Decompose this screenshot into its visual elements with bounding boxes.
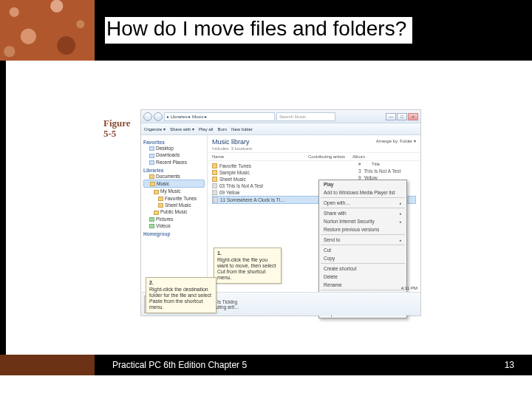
sidebar-item-music[interactable]: Music [143, 180, 205, 188]
left-black-bar [0, 61, 6, 355]
ctx-add-wmp[interactable]: Add to Windows Media Player list [319, 188, 406, 197]
sidebar-item-favtunes[interactable]: Favorite Tunes [143, 195, 205, 202]
arrange-by[interactable]: Arrange by: Folder ▾ [376, 138, 416, 143]
ctx-norton[interactable]: Norton Internet Security [319, 217, 406, 225]
col-title: Title [372, 162, 380, 166]
sidebar-homegroup-header: Homegroup [143, 231, 205, 236]
track-row: 3 This Is Not A Test [358, 168, 417, 174]
window-buttons: — □ × [386, 113, 418, 120]
nav-group: ▸ Libraries ▸ Music ▸ Search Music [143, 112, 335, 121]
sharewith-button[interactable]: Share with ▾ [170, 126, 194, 132]
sidebar-item-publicmusic[interactable]: Public Music [143, 208, 205, 215]
videos-icon [149, 224, 154, 228]
callout-1: 1.Right-click the file you want to move,… [214, 248, 282, 284]
search-input[interactable]: Search Music [276, 112, 335, 121]
library-title: Music library [212, 138, 252, 146]
folder-icon [154, 190, 159, 194]
sidebar-item-videos[interactable]: Videos [143, 222, 205, 229]
sidebar-item-documents[interactable]: Documents [143, 173, 205, 180]
sidebar-item-downloads[interactable]: Downloads [143, 151, 205, 158]
toolbar: Organize ▾ Share with ▾ Play all Burn Ne… [141, 123, 420, 135]
sidebar: Favorites Desktop Downloads Recent Place… [141, 135, 208, 293]
organize-button[interactable]: Organize ▾ [144, 126, 166, 132]
library-subtitle: Includes: 3 locations [212, 146, 252, 151]
ctx-open-with[interactable]: Open with… [319, 199, 406, 207]
page-number: 13 [505, 360, 514, 370]
forward-button[interactable] [154, 112, 163, 121]
taskbar-time: 4:11 PM [401, 286, 417, 290]
footer-band: Practical PC 6th Edition Chapter 5 13 [0, 355, 532, 375]
audio-icon [212, 183, 217, 188]
folder-icon [212, 163, 217, 168]
download-icon [149, 154, 154, 158]
back-button[interactable] [143, 112, 152, 121]
explorer-window: ▸ Libraries ▸ Music ▸ Search Music — □ ×… [140, 109, 421, 316]
folder-icon [212, 177, 217, 182]
breadcrumb[interactable]: ▸ Libraries ▸ Music ▸ [164, 112, 275, 121]
sidebar-item-pictures[interactable]: Pictures [143, 216, 205, 222]
sidebar-item-sheetmusic[interactable]: Sheet Music [143, 202, 205, 208]
ctx-restore[interactable]: Restore previous versions [319, 225, 406, 233]
sidebar-item-recent[interactable]: Recent Places [143, 159, 205, 166]
ctx-share-with[interactable]: Share with [319, 209, 406, 217]
audio-icon [212, 190, 217, 195]
folder-icon [158, 197, 163, 201]
desktop-icon [149, 146, 154, 151]
sidebar-item-mymusic[interactable]: My Music [143, 188, 205, 194]
pictures-icon [149, 217, 154, 222]
folder-icon [150, 182, 155, 186]
ctx-create-shortcut[interactable]: Create shortcut [319, 265, 406, 273]
ctx-rename[interactable]: Rename [319, 281, 406, 289]
library-header: Music library Includes: 3 locations Arra… [208, 135, 420, 153]
folder-icon [212, 170, 217, 175]
maximize-button[interactable]: □ [397, 113, 407, 120]
audio-icon [213, 197, 218, 202]
folder-icon [149, 174, 154, 179]
ctx-cut[interactable]: Cut [319, 246, 406, 254]
ctx-play[interactable]: Play [319, 180, 406, 188]
sidebar-libraries-header: Libraries [143, 168, 205, 173]
folder-icon [154, 211, 159, 215]
burn-button[interactable]: Burn [217, 127, 227, 132]
col-artists: Contributing artists [308, 154, 345, 159]
title-band: How do I move files and folders? [95, 0, 532, 61]
sidebar-item-desktop[interactable]: Desktop [143, 145, 205, 151]
page-bottom-margin [0, 375, 532, 399]
sidebar-favorites-header: Favorites [143, 140, 205, 145]
newfolder-button[interactable]: New folder [231, 127, 253, 132]
slide-title: How do I move files and folders? [105, 17, 412, 44]
col-name: Name [212, 154, 301, 159]
decorative-pattern [0, 0, 95, 61]
ctx-delete[interactable]: Delete [319, 273, 406, 281]
minimize-button[interactable]: — [386, 113, 396, 120]
col-album: Album [352, 154, 365, 159]
folder-icon [158, 203, 163, 208]
footer-text: Practical PC 6th Edition Chapter 5 [112, 360, 247, 370]
ctx-copy[interactable]: Copy [319, 254, 406, 262]
ctx-send-to[interactable]: Send to [319, 236, 406, 244]
callout-2: 2.Right-click the destination folder for… [146, 277, 216, 313]
footer-accent [0, 355, 95, 375]
col-num: # [358, 162, 364, 166]
figure-label: Figure 5-5 [103, 118, 131, 140]
window-titlebar: ▸ Libraries ▸ Music ▸ Search Music — □ × [141, 110, 420, 123]
playall-button[interactable]: Play all [199, 127, 213, 132]
recent-icon [149, 160, 154, 165]
close-button[interactable]: × [408, 113, 418, 120]
